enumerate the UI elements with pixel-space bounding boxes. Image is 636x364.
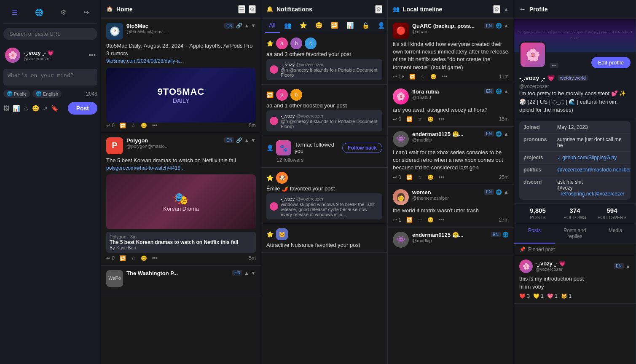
bookmark-icon[interactable]: 🔖 (51, 105, 58, 112)
reaction-cat[interactable]: 🐱 1 (561, 293, 572, 299)
globe-icon[interactable]: 🌐 (496, 189, 502, 195)
back-button[interactable]: ← (519, 5, 526, 13)
more-action[interactable]: ••• (439, 217, 444, 223)
post-button[interactable]: Post (68, 102, 97, 115)
edit-profile-button[interactable]: Edit profile (591, 57, 631, 68)
projects-link[interactable]: github.com/SlippingGitty (562, 155, 617, 161)
share-icon[interactable]: ↗ (43, 105, 48, 112)
reply-action[interactable]: ↩ 0 (106, 123, 115, 128)
chevron-up-icon[interactable]: ▲ (504, 23, 509, 29)
more-action[interactable]: ••• (152, 255, 158, 261)
language-tag[interactable]: 🌐 English (32, 90, 62, 98)
post-link[interactable]: 9to5mac.com/2024/08/28/daily-a... (106, 58, 184, 64)
boost-action[interactable]: 🔁 (409, 74, 416, 80)
chevron-up-icon[interactable]: ▲ (244, 137, 249, 143)
notification-item: ⭐ a b c aa and 2 others favorited your p… (261, 33, 387, 85)
tab-follow[interactable]: 👤 (373, 19, 388, 33)
chevron-up-icon[interactable]: ▲ (504, 131, 509, 137)
tab-all[interactable]: All (265, 19, 280, 33)
emoji-action[interactable]: 😊 (141, 123, 147, 128)
notif-avatar: a (276, 37, 288, 49)
politics-link[interactable]: @vozercozer@mastodo.neoliber.al (557, 167, 631, 173)
cog-icon[interactable]: ⚙ (57, 7, 70, 18)
chevron-up-icon[interactable]: ▲ (504, 189, 509, 195)
tab-emoji[interactable]: 😊 (311, 19, 327, 33)
warning-icon[interactable]: ⚠ (23, 105, 29, 112)
chevron-up-icon[interactable]: ▲ (504, 88, 509, 94)
notif-settings-icon[interactable]: ⚙ (375, 5, 382, 13)
posts-label: POSTS (530, 215, 545, 220)
boost-action[interactable]: 🔁 (406, 217, 413, 223)
fav-action[interactable]: ☆ (418, 116, 422, 122)
reply-action[interactable]: ↩ 1+ (393, 74, 404, 80)
tab-mentions[interactable]: 👥 (280, 19, 295, 33)
chevron-down-icon[interactable]: ▼ (251, 23, 256, 29)
profile-title: Profile (529, 6, 631, 13)
reply-action[interactable]: ↩ 1 (393, 217, 401, 223)
boost-action[interactable]: 🔁 (406, 174, 413, 180)
reaction-yellow-heart[interactable]: 💛 1 (533, 293, 544, 299)
fav-action[interactable]: ☆ (421, 74, 425, 80)
tab-filtered[interactable]: 🔒 (358, 19, 373, 33)
globe-icon[interactable]: 🌐 (496, 88, 502, 94)
link-icon[interactable]: 🔗 (236, 137, 242, 143)
tab-polls[interactable]: 📊 (342, 19, 358, 33)
tab-media[interactable]: Media (595, 224, 636, 244)
fav-action[interactable]: ☆ (418, 174, 422, 180)
chart-icon[interactable]: 📊 (13, 105, 20, 112)
emoji-action[interactable]: 😊 (427, 116, 434, 122)
fav-action[interactable]: ☆ (131, 255, 136, 261)
emoji-icon[interactable]: 😊 (32, 105, 39, 112)
emoji-action[interactable]: 😊 (141, 255, 147, 261)
boost-action[interactable]: 🔁 (120, 255, 126, 261)
globe-icon[interactable]: 🌐 (32, 7, 47, 18)
emoji-action[interactable]: 😊 (427, 174, 434, 180)
home-settings2-icon[interactable]: ⚙ (249, 5, 256, 13)
tab-favs[interactable]: ⭐ (295, 19, 311, 33)
globe-icon[interactable]: 🌐 (496, 23, 502, 29)
more-action[interactable]: ••• (439, 174, 444, 180)
posts-count: 9,805 (519, 207, 556, 214)
post-link[interactable]: polygon.com/what-to-watch/4418... (106, 165, 185, 171)
chevron-up-icon[interactable]: ▲ (244, 270, 249, 276)
pinned-post-handle: @vozercozer (535, 267, 566, 272)
reply-action[interactable]: ↩ 0 (393, 116, 401, 122)
star-icon: ⭐ (266, 174, 274, 181)
reaction-heart[interactable]: ❤️ 3 (519, 293, 530, 299)
user-more-button[interactable]: ••• (89, 51, 96, 59)
more-action[interactable]: ••• (442, 74, 447, 80)
politics-value: @vozercozer@mastodo.neoliber.al (557, 167, 631, 173)
retrospring-link[interactable]: retrospring.net/@vozercozer (561, 191, 625, 197)
chevron-up-icon[interactable]: ▲ (244, 23, 249, 29)
chevron-down-icon[interactable]: ▼ (251, 270, 256, 276)
fav-action[interactable]: ☆ (418, 217, 422, 223)
reply-action[interactable]: ↩ 0 (106, 255, 115, 261)
tab-posts[interactable]: Posts (514, 224, 555, 244)
more-action[interactable]: ••• (152, 123, 158, 128)
boost-action[interactable]: 🔁 (120, 123, 126, 128)
emoji-action[interactable]: 😊 (427, 217, 434, 223)
boost-action[interactable]: 🔁 (406, 116, 413, 122)
more-action[interactable]: ••• (439, 116, 444, 122)
compose-input[interactable] (3, 69, 97, 86)
emoji-action[interactable]: 😊 (430, 74, 437, 80)
home-settings1-icon[interactable]: ☰ (238, 5, 245, 13)
hamburger-icon[interactable]: ☰ (8, 7, 21, 18)
chevron-down-icon[interactable]: ▼ (251, 137, 256, 143)
tab-posts-replies[interactable]: Posts and replies (555, 224, 595, 244)
logout-icon[interactable]: ↪ (80, 7, 92, 18)
image-icon[interactable]: 🖼 (3, 105, 9, 112)
fav-action[interactable]: ☆ (131, 123, 136, 128)
tl-settings-icon[interactable]: ⚙ (493, 5, 500, 13)
globe-icon[interactable]: 🌐 (496, 131, 502, 137)
tl-chevron-up-icon[interactable]: ▲ (504, 6, 509, 12)
reply-action[interactable]: ↩ 0 (393, 174, 401, 180)
chevron-up-icon[interactable]: ▲ (625, 263, 631, 269)
follow-back-button[interactable]: Follow back (342, 143, 382, 153)
search-input[interactable] (3, 28, 97, 40)
globe-icon[interactable]: 🌐 (502, 232, 509, 238)
public-tag[interactable]: 🌐 Public (3, 90, 30, 98)
reaction-pink-heart[interactable]: 💖 1 (547, 293, 558, 299)
tab-boosts[interactable]: 🔁 (327, 19, 342, 33)
lock-icon[interactable]: 🔗 (236, 23, 242, 29)
